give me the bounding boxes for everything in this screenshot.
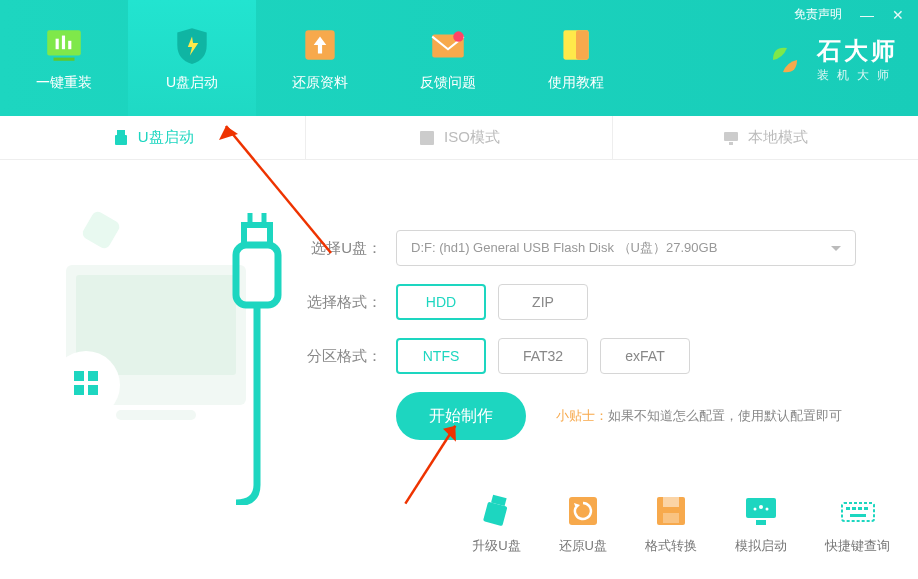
tool-hotkeys[interactable]: 快捷键查询 [825, 493, 890, 555]
tool-simulate[interactable]: 模拟启动 [735, 493, 787, 555]
tool-label: 快捷键查询 [825, 537, 890, 555]
nav-label: 反馈问题 [420, 74, 476, 92]
nav-reinstall[interactable]: 一键重装 [0, 0, 128, 116]
subtabs: U盘启动 ISO模式 本地模式 [0, 116, 918, 160]
svg-point-24 [754, 508, 757, 511]
restore-icon [565, 493, 601, 529]
brand: 石大师 装机大师 [763, 35, 898, 84]
brand-logo-icon [763, 38, 807, 82]
svg-rect-9 [576, 30, 589, 59]
svg-point-23 [759, 505, 763, 509]
tool-upgrade-usb[interactable]: 升级U盘 [472, 493, 520, 555]
udisk-label: 选择U盘： [0, 239, 396, 258]
brand-subtitle: 装机大师 [817, 67, 898, 84]
svg-rect-1 [56, 39, 59, 50]
svg-rect-20 [663, 513, 679, 523]
tool-label: 格式转换 [645, 537, 697, 555]
svg-rect-11 [115, 135, 127, 145]
svg-point-25 [766, 508, 769, 511]
subtab-iso[interactable]: ISO模式 [305, 116, 611, 159]
nav-label: U盘启动 [166, 74, 218, 92]
udisk-select[interactable]: D:F: (hd1) General USB Flash Disk （U盘）27… [396, 230, 856, 266]
tool-label: 升级U盘 [472, 537, 520, 555]
format-label: 选择格式： [0, 293, 396, 312]
disclaimer-link[interactable]: 免责声明 [794, 6, 842, 23]
svg-rect-2 [62, 36, 65, 50]
brand-title: 石大师 [817, 35, 898, 67]
fmt-hdd[interactable]: HDD [396, 284, 486, 320]
svg-point-7 [453, 31, 464, 41]
nav-label: 一键重装 [36, 74, 92, 92]
partition-label: 分区格式： [0, 347, 396, 366]
chart-icon [43, 24, 85, 66]
nav-restore[interactable]: 还原资料 [256, 0, 384, 116]
usb-shield-icon [171, 24, 213, 66]
start-create-button[interactable]: 开始制作 [396, 392, 526, 440]
subtab-label: U盘启动 [138, 128, 194, 147]
part-ntfs[interactable]: NTFS [396, 338, 486, 374]
monitor-icon [722, 129, 740, 147]
svg-rect-19 [663, 497, 679, 507]
svg-rect-4 [54, 58, 75, 61]
usb-up-icon [478, 493, 514, 529]
svg-rect-27 [846, 507, 850, 510]
content: 选择U盘： D:F: (hd1) General USB Flash Disk … [0, 160, 918, 440]
subtab-label: 本地模式 [748, 128, 808, 147]
svg-rect-13 [724, 132, 738, 141]
nav-label: 使用教程 [548, 74, 604, 92]
svg-rect-3 [68, 41, 71, 49]
udisk-value: D:F: (hd1) General USB Flash Disk （U盘）27… [411, 239, 717, 257]
svg-rect-29 [858, 507, 862, 510]
tip-prefix: 小贴士： [556, 408, 608, 423]
part-fat32[interactable]: FAT32 [498, 338, 588, 374]
fmt-zip[interactable]: ZIP [498, 284, 588, 320]
monitor-play-icon [743, 493, 779, 529]
svg-rect-12 [420, 131, 434, 145]
svg-rect-26 [842, 503, 874, 521]
subtab-label: ISO模式 [444, 128, 500, 147]
upload-icon [299, 24, 341, 66]
save-icon [653, 493, 689, 529]
svg-rect-31 [850, 514, 866, 517]
book-icon [555, 24, 597, 66]
nav-label: 还原资料 [292, 74, 348, 92]
svg-rect-28 [852, 507, 856, 510]
nav-usb-boot[interactable]: U盘启动 [128, 0, 256, 116]
usb-icon [112, 129, 130, 147]
svg-rect-14 [729, 142, 733, 145]
tool-format-convert[interactable]: 格式转换 [645, 493, 697, 555]
subtab-local[interactable]: 本地模式 [612, 116, 918, 159]
tip-text: 如果不知道怎么配置，使用默认配置即可 [608, 408, 842, 423]
tool-label: 模拟启动 [735, 537, 787, 555]
svg-rect-10 [117, 130, 125, 135]
header: 一键重装 U盘启动 还原资料 反馈问题 使用教程 石大师 装机大师 免责声明 — [0, 0, 918, 116]
bottom-tools: 升级U盘 还原U盘 格式转换 模拟启动 快捷键查询 [472, 493, 890, 555]
iso-icon [418, 129, 436, 147]
svg-rect-30 [864, 507, 868, 510]
svg-rect-22 [756, 520, 766, 525]
tool-label: 还原U盘 [559, 537, 607, 555]
close-button[interactable]: ✕ [892, 7, 904, 23]
nav-feedback[interactable]: 反馈问题 [384, 0, 512, 116]
part-exfat[interactable]: exFAT [600, 338, 690, 374]
nav-tutorial[interactable]: 使用教程 [512, 0, 640, 116]
keyboard-icon [840, 493, 876, 529]
tool-restore-usb[interactable]: 还原U盘 [559, 493, 607, 555]
tip: 小贴士：如果不知道怎么配置，使用默认配置即可 [556, 407, 842, 425]
mail-icon [427, 24, 469, 66]
subtab-usb[interactable]: U盘启动 [0, 116, 305, 159]
window-controls: 免责声明 — ✕ [794, 6, 904, 23]
svg-rect-17 [569, 497, 597, 525]
minimize-button[interactable]: — [860, 7, 874, 23]
